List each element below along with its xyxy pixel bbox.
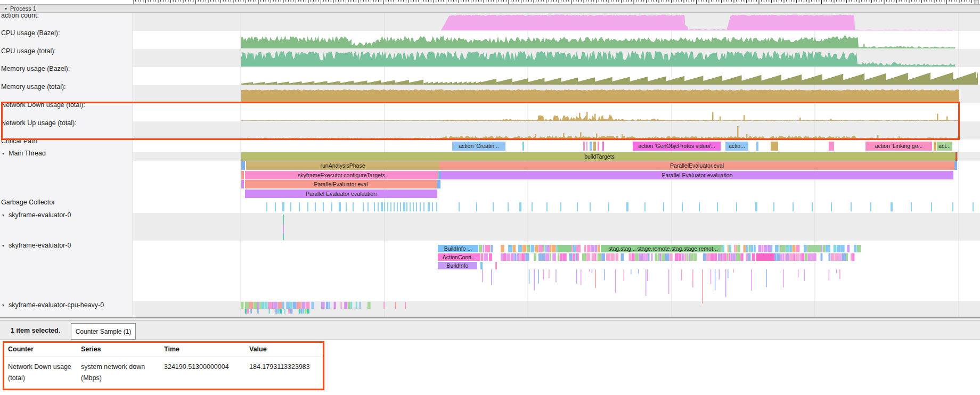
nested-slice-line[interactable] [534, 269, 535, 291]
nested-slice-line[interactable] [491, 269, 492, 285]
skyframe-evaluator2-row-c-slice[interactable] [495, 262, 497, 269]
main-thread-row-3-slice[interactable] [241, 171, 244, 179]
cpu-heavy-subrow-sliver[interactable] [299, 309, 300, 314]
cpu-heavy-subrow-sliver[interactable] [305, 309, 307, 314]
evaluator2-band-a-sliver[interactable] [535, 245, 538, 252]
gc-slice-tick[interactable] [546, 202, 548, 211]
gc-slice-tick[interactable] [413, 202, 414, 211]
gc-slice-tick[interactable] [368, 202, 369, 211]
cpu-heavy-band-1-sliver[interactable] [289, 302, 292, 309]
evaluator2-band-b-sliver[interactable] [651, 253, 653, 261]
evaluator2-band-b-sliver[interactable] [573, 253, 575, 261]
cpu-heavy-band-1-sliver[interactable] [297, 302, 300, 309]
evaluator2-band-b-sliver[interactable] [683, 253, 684, 261]
skyframe-evaluator2-row-c-slice[interactable] [480, 262, 483, 269]
gc-slice-tick[interactable] [374, 202, 375, 211]
gc-slice-tick[interactable] [275, 202, 276, 211]
evaluator2-band-b-sliver[interactable] [648, 253, 650, 261]
gc-slice-tick[interactable] [428, 202, 430, 211]
gc-slice-tick[interactable] [423, 202, 424, 211]
timeline-canvas[interactable]: action 'Creatin...action 'GenObjcProtos … [133, 0, 980, 317]
evaluator2-band-a-sliver[interactable] [594, 245, 597, 252]
evaluator2-band-b-sliver[interactable] [690, 253, 693, 261]
evaluator2-band-b-sliver[interactable] [620, 253, 624, 261]
cpu-heavy-subrow-sliver[interactable] [303, 309, 304, 314]
evaluator2-band-b-sliver[interactable] [703, 253, 706, 261]
evaluator2-band-b-sliver[interactable] [801, 253, 804, 261]
evaluator2-band-b-sliver[interactable] [727, 253, 728, 261]
evaluator2-band-a-sliver[interactable] [804, 245, 807, 252]
cpu-heavy-band-1-sliver[interactable] [254, 302, 257, 309]
cpu-heavy-subrow-sliver[interactable] [280, 309, 282, 314]
evaluator2-band-b-sliver[interactable] [812, 253, 816, 261]
evaluator2-band-b-sliver[interactable] [511, 253, 514, 261]
evaluator2-band-b-sliver[interactable] [595, 253, 596, 261]
evaluator2-band-a-sliver[interactable] [518, 245, 522, 252]
nested-slice-line[interactable] [728, 269, 729, 278]
evaluator2-band-b-sliver[interactable] [777, 253, 780, 261]
evaluator2-band-b-sliver[interactable] [655, 253, 657, 261]
nested-slice-line[interactable] [482, 269, 483, 282]
evaluator2-band-b-sliver[interactable] [601, 253, 605, 261]
evaluator2-band-b-sliver[interactable] [693, 253, 697, 261]
evaluator2-band-a-sliver[interactable] [722, 245, 724, 252]
cpu-heavy-band-2-sliver[interactable] [368, 302, 371, 309]
evaluator2-band-b-sliver[interactable] [675, 253, 678, 261]
skyframe-evaluator2-row-b-slice[interactable] [484, 253, 488, 261]
gc-slice-tick[interactable] [973, 202, 974, 211]
evaluator2-band-a-sliver[interactable] [840, 245, 845, 252]
cpu-heavy-band-2-sliver[interactable] [334, 302, 336, 309]
nested-slice-line[interactable] [839, 269, 840, 279]
gc-slice-tick[interactable] [626, 202, 628, 211]
evaluator2-band-b-sliver[interactable] [821, 253, 823, 261]
evaluator2-band-b-sliver[interactable] [687, 253, 688, 261]
evaluator2-band-b-sliver[interactable] [724, 253, 726, 261]
main-thread-row-2-slice[interactable] [954, 161, 957, 170]
gc-slice-tick[interactable] [851, 202, 852, 211]
evaluator2-band-b-sliver[interactable] [610, 253, 615, 261]
nested-slice-line[interactable] [804, 269, 805, 281]
skyframe-evaluator2-row-b-slice[interactable] [481, 253, 483, 261]
critical-path-actions-slice[interactable] [586, 142, 587, 151]
gc-slice-tick[interactable] [644, 202, 646, 211]
evaluator2-band-b-sliver[interactable] [782, 253, 784, 261]
gc-slice-tick[interactable] [266, 202, 267, 211]
evaluator2-band-b-sliver[interactable] [729, 253, 731, 261]
sidebar-track-9[interactable]: Garbage Collector [0, 198, 55, 207]
gc-slice-tick[interactable] [381, 202, 383, 211]
gc-slice-tick[interactable] [394, 202, 395, 211]
nested-slice-line[interactable] [631, 269, 632, 274]
evaluator2-band-b-sliver[interactable] [521, 253, 525, 261]
collapse-arrow-icon[interactable]: ▾ [5, 6, 7, 11]
gc-slice-tick[interactable] [323, 202, 324, 211]
cpu-heavy-band-1-sliver[interactable] [249, 302, 253, 309]
main-thread-row-4-slice[interactable] [241, 180, 244, 188]
evaluator2-band-a-sliver[interactable] [584, 245, 586, 252]
gc-slice-tick[interactable] [493, 202, 494, 211]
gc-slice-tick[interactable] [459, 202, 460, 211]
evaluator2-band-b-sliver[interactable] [851, 253, 852, 261]
evaluator2-band-b-sliver[interactable] [689, 253, 690, 261]
evaluator2-band-a-sliver[interactable] [749, 245, 750, 252]
evaluator2-band-b-sliver[interactable] [542, 253, 545, 261]
nested-slice-line[interactable] [692, 269, 693, 287]
evaluator2-band-b-sliver[interactable] [721, 253, 722, 261]
gc-slice-tick[interactable] [282, 202, 284, 211]
nested-slice-line[interactable] [638, 269, 639, 274]
nested-slice-line[interactable] [647, 269, 648, 281]
gc-slice-tick[interactable] [793, 202, 794, 211]
gc-slice-tick[interactable] [931, 202, 932, 211]
cpu-heavy-band-1-sliver[interactable] [261, 302, 264, 309]
nested-slice-line[interactable] [538, 269, 539, 284]
evaluator2-band-b-sliver[interactable] [805, 253, 807, 261]
evaluator2-band-b-sliver[interactable] [545, 253, 549, 261]
evaluator2-band-b-sliver[interactable] [569, 253, 573, 261]
gc-slice-tick[interactable] [346, 202, 347, 211]
critical-path-actions-slice[interactable] [771, 142, 778, 151]
evaluator2-band-b-sliver[interactable] [514, 253, 516, 261]
evaluator2-band-b-sliver[interactable] [846, 253, 848, 261]
sidebar-track-12[interactable]: ▾skyframe-evaluator-cpu-heavy-0 [0, 301, 104, 309]
gc-slice-tick[interactable] [363, 202, 364, 211]
cpu-heavy-band-1-sliver[interactable] [301, 302, 305, 309]
evaluator2-band-a-sliver[interactable] [598, 245, 600, 252]
